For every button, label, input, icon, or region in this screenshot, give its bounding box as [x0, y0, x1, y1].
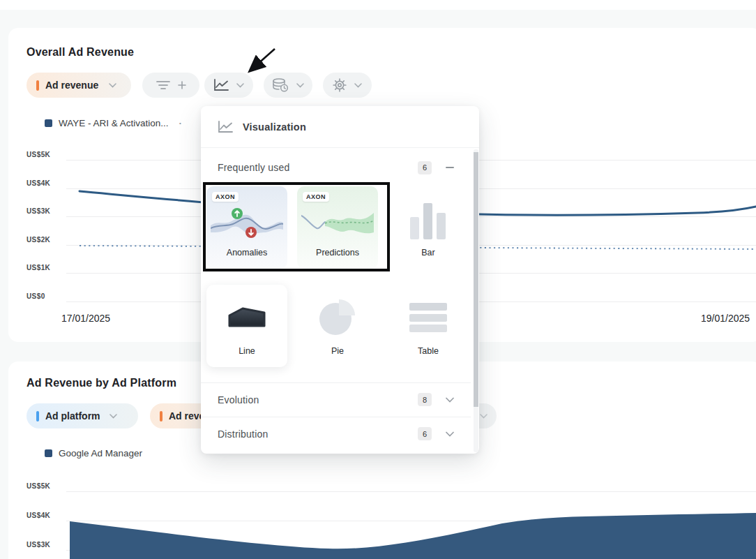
chevron-down-icon — [296, 83, 304, 88]
y-axis-label: US$5K — [27, 482, 50, 490]
tile-label: Pie — [297, 346, 378, 356]
legend-label: Google Ad Manager — [59, 448, 142, 459]
y-axis-label: US$4K — [27, 512, 50, 519]
tile-label: Bar — [388, 248, 469, 258]
axon-badge: AXON — [212, 192, 239, 202]
viz-tile-bar[interactable]: Bar — [388, 186, 469, 269]
tile-thumbnail: AXON Predictions — [297, 186, 378, 269]
table-icon — [409, 303, 447, 332]
dropdown-scrollbar-thumb[interactable] — [474, 152, 478, 407]
section-evolution[interactable]: Evolution 8 — [201, 382, 471, 416]
y-axis-label: US$0 — [27, 292, 45, 300]
filter-button[interactable] — [142, 73, 199, 98]
collapse-minus-icon[interactable] — [446, 166, 454, 169]
dropdown-header: Visualization — [201, 106, 479, 148]
tile-label: Anomalies — [206, 248, 287, 258]
gridline — [66, 491, 756, 492]
chevron-down-icon[interactable] — [446, 431, 454, 437]
legend-label: WAYE - ARI & Activation... — [59, 118, 169, 128]
plus-icon — [178, 81, 186, 89]
tile-label: Predictions — [297, 248, 378, 258]
tile-thumbnail: AXON Anomalies — [206, 186, 287, 269]
tile-thumbnail: Pie — [297, 285, 378, 367]
y-axis-label: US$4K — [27, 179, 50, 187]
x-axis-label: 17/01/2025 — [47, 313, 124, 324]
tile-label: Line — [206, 346, 287, 356]
legend-swatch — [45, 119, 52, 127]
viz-tile-table[interactable]: Table — [388, 285, 469, 367]
chip-label: Ad platform — [45, 410, 100, 422]
x-axis-label: 19/01/2025 — [687, 313, 756, 324]
viz-tile-predictions[interactable]: AXON Predictions — [297, 186, 378, 269]
database-clock-icon — [272, 78, 289, 92]
y-axis-label: US$1K — [27, 264, 50, 271]
chevron-down-icon[interactable] — [446, 397, 454, 403]
visualization-dropdown: Visualization Frequently used 6 AXON Ano… — [201, 106, 479, 454]
y-axis-label: US$5K — [27, 151, 50, 158]
chip-accent-bar — [36, 411, 39, 422]
tile-label: Table — [388, 346, 469, 356]
viz-tile-anomalies[interactable]: AXON Anomalies — [206, 186, 287, 269]
visualization-button[interactable] — [204, 73, 253, 98]
section-distribution[interactable]: Distribution 6 — [201, 417, 471, 450]
section-label: Distribution — [218, 428, 418, 440]
section1-title: Overall Ad Revenue — [27, 46, 134, 59]
count-badge: 6 — [418, 427, 432, 440]
viz-tile-line-selected[interactable]: Line — [206, 285, 287, 367]
gear-icon — [333, 78, 347, 92]
dashboard-page: Overall Ad Revenue Ad revenue — [0, 0, 756, 559]
chevron-down-icon — [109, 414, 117, 419]
chevron-down-icon — [354, 83, 362, 88]
gridline — [66, 521, 756, 521]
dimension-chip-ad-platform[interactable]: Ad platform — [27, 403, 138, 428]
data-source-button[interactable] — [264, 73, 312, 98]
viz-tile-pie[interactable]: Pie — [297, 285, 378, 367]
top-strip — [0, 0, 756, 10]
section-label: Evolution — [218, 394, 418, 405]
dropdown-title: Visualization — [243, 121, 306, 133]
pie-chart-icon — [317, 297, 358, 338]
tile-thumbnail: Bar — [388, 186, 469, 269]
count-badge: 6 — [418, 161, 432, 174]
y-axis-label: US$3K — [27, 541, 50, 549]
line-chart-icon — [218, 121, 233, 133]
axon-badge: AXON — [303, 192, 329, 202]
anomalies-preview-icon — [211, 204, 283, 242]
section-frequently-used[interactable]: Frequently used 6 — [201, 151, 471, 184]
bar-chart-icon — [410, 203, 446, 239]
predictions-preview-icon — [301, 204, 374, 242]
area-line-icon — [227, 306, 266, 328]
chevron-down-icon — [236, 83, 244, 88]
section2-title: Ad Revenue by Ad Platform — [27, 377, 176, 389]
line-chart-icon — [213, 79, 229, 91]
count-badge: 8 — [418, 393, 432, 406]
settings-button[interactable] — [323, 73, 372, 98]
y-axis-label: US$3K — [27, 207, 50, 215]
legend-series-1[interactable]: WAYE - ARI & Activation... · — [45, 118, 182, 128]
metric-chip-ad-revenue[interactable]: Ad revenue — [27, 73, 131, 98]
tile-thumbnail: Table — [388, 285, 469, 367]
legend-google-ad-manager[interactable]: Google Ad Manager — [45, 448, 142, 459]
legend-more-dot: · — [179, 118, 183, 128]
chevron-down-icon — [109, 83, 116, 88]
y-axis-label: US$2K — [27, 236, 50, 244]
filter-icon — [156, 80, 170, 90]
chip-label: Ad revenue — [45, 80, 98, 91]
chip-accent-bar — [36, 80, 39, 91]
chevron-down-icon — [480, 414, 487, 419]
chip-accent-bar — [160, 411, 162, 422]
gridline — [66, 550, 756, 551]
section-label: Frequently used — [218, 162, 418, 173]
tile-thumbnail: Line — [206, 285, 287, 367]
legend-swatch — [45, 449, 52, 457]
